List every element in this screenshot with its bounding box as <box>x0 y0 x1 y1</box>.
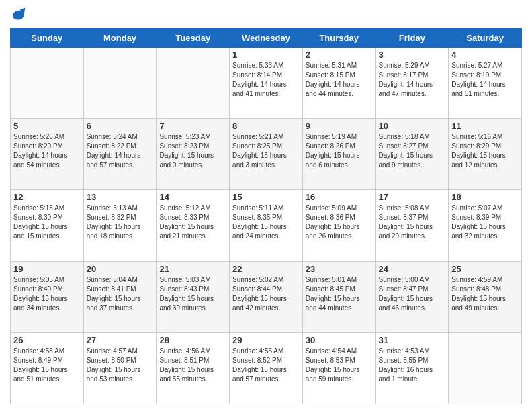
calendar-cell: 10Sunrise: 5:18 AMSunset: 8:27 PMDayligh… <box>375 119 449 190</box>
day-info: Sunrise: 5:31 AMSunset: 8:15 PMDaylight:… <box>306 61 373 99</box>
day-number: 10 <box>379 121 446 131</box>
day-info: Sunrise: 4:57 AMSunset: 8:50 PMDaylight:… <box>87 347 154 384</box>
calendar-cell: 12Sunrise: 5:15 AMSunset: 8:30 PMDayligh… <box>11 190 84 261</box>
day-info: Sunrise: 5:04 AMSunset: 8:41 PMDaylight:… <box>87 275 154 313</box>
weekday-header-wednesday: Wednesday <box>230 29 303 48</box>
calendar-cell: 5Sunrise: 5:26 AMSunset: 8:20 PMDaylight… <box>11 119 84 190</box>
day-number: 28 <box>159 335 226 345</box>
day-number: 31 <box>379 335 446 345</box>
day-number: 25 <box>451 264 519 274</box>
day-info: Sunrise: 5:11 AMSunset: 8:35 PMDaylight:… <box>232 203 300 241</box>
day-info: Sunrise: 4:55 AMSunset: 8:52 PMDaylight:… <box>232 347 300 384</box>
calendar-week-4: 19Sunrise: 5:05 AMSunset: 8:40 PMDayligh… <box>11 261 522 332</box>
day-number: 6 <box>87 121 154 131</box>
day-number: 20 <box>87 264 154 274</box>
calendar-cell: 27Sunrise: 4:57 AMSunset: 8:50 PMDayligh… <box>83 332 157 404</box>
calendar-cell <box>11 48 84 119</box>
calendar-cell: 26Sunrise: 4:58 AMSunset: 8:49 PMDayligh… <box>11 332 84 404</box>
weekday-header-friday: Friday <box>375 29 449 48</box>
day-info: Sunrise: 4:59 AMSunset: 8:48 PMDaylight:… <box>451 275 519 313</box>
day-number: 11 <box>451 121 519 131</box>
calendar-cell: 7Sunrise: 5:23 AMSunset: 8:23 PMDaylight… <box>157 119 230 190</box>
calendar-cell: 16Sunrise: 5:09 AMSunset: 8:36 PMDayligh… <box>302 190 375 261</box>
day-number: 16 <box>306 192 373 202</box>
day-info: Sunrise: 5:29 AMSunset: 8:17 PMDaylight:… <box>379 61 446 99</box>
weekday-row: SundayMondayTuesdayWednesdayThursdayFrid… <box>11 29 522 48</box>
logo-icon <box>10 7 26 23</box>
calendar-header: SundayMondayTuesdayWednesdayThursdayFrid… <box>11 29 522 48</box>
day-number: 24 <box>379 264 446 274</box>
page: SundayMondayTuesdayWednesdayThursdayFrid… <box>0 0 532 411</box>
calendar-cell: 14Sunrise: 5:12 AMSunset: 8:33 PMDayligh… <box>157 190 230 261</box>
day-number: 12 <box>13 192 81 202</box>
header <box>10 7 522 23</box>
day-info: Sunrise: 5:23 AMSunset: 8:23 PMDaylight:… <box>159 132 226 170</box>
day-number: 13 <box>87 192 154 202</box>
calendar-cell: 29Sunrise: 4:55 AMSunset: 8:52 PMDayligh… <box>230 332 303 404</box>
weekday-header-tuesday: Tuesday <box>157 29 230 48</box>
day-info: Sunrise: 5:07 AMSunset: 8:39 PMDaylight:… <box>451 203 519 241</box>
day-number: 14 <box>159 192 226 202</box>
day-number: 22 <box>232 264 300 274</box>
day-info: Sunrise: 5:03 AMSunset: 8:43 PMDaylight:… <box>159 275 226 313</box>
calendar-cell: 20Sunrise: 5:04 AMSunset: 8:41 PMDayligh… <box>83 261 157 332</box>
day-info: Sunrise: 4:58 AMSunset: 8:49 PMDaylight:… <box>13 347 81 384</box>
calendar-cell: 23Sunrise: 5:01 AMSunset: 8:45 PMDayligh… <box>302 261 375 332</box>
calendar-week-1: 1Sunrise: 5:33 AMSunset: 8:14 PMDaylight… <box>11 48 522 119</box>
day-number: 8 <box>232 121 300 131</box>
day-number: 2 <box>306 50 373 60</box>
calendar-cell <box>157 48 230 119</box>
day-number: 4 <box>451 50 519 60</box>
day-info: Sunrise: 5:27 AMSunset: 8:19 PMDaylight:… <box>451 61 519 99</box>
calendar-cell: 2Sunrise: 5:31 AMSunset: 8:15 PMDaylight… <box>302 48 375 119</box>
calendar-cell: 9Sunrise: 5:19 AMSunset: 8:26 PMDaylight… <box>302 119 375 190</box>
day-info: Sunrise: 5:01 AMSunset: 8:45 PMDaylight:… <box>306 275 373 313</box>
calendar-cell <box>449 332 522 404</box>
calendar-cell: 24Sunrise: 5:00 AMSunset: 8:47 PMDayligh… <box>375 261 449 332</box>
day-info: Sunrise: 5:05 AMSunset: 8:40 PMDaylight:… <box>13 275 81 313</box>
calendar-cell: 15Sunrise: 5:11 AMSunset: 8:35 PMDayligh… <box>230 190 303 261</box>
day-number: 15 <box>232 192 300 202</box>
calendar-cell: 31Sunrise: 4:53 AMSunset: 8:55 PMDayligh… <box>375 332 449 404</box>
calendar-cell: 11Sunrise: 5:16 AMSunset: 8:29 PMDayligh… <box>449 119 522 190</box>
weekday-header-sunday: Sunday <box>11 29 84 48</box>
day-number: 26 <box>13 335 81 345</box>
calendar-cell: 3Sunrise: 5:29 AMSunset: 8:17 PMDaylight… <box>375 48 449 119</box>
day-info: Sunrise: 5:15 AMSunset: 8:30 PMDaylight:… <box>13 203 81 241</box>
day-number: 5 <box>13 121 81 131</box>
calendar-cell: 4Sunrise: 5:27 AMSunset: 8:19 PMDaylight… <box>449 48 522 119</box>
day-number: 27 <box>87 335 154 345</box>
day-number: 18 <box>451 192 519 202</box>
day-info: Sunrise: 5:09 AMSunset: 8:36 PMDaylight:… <box>306 203 373 241</box>
day-info: Sunrise: 4:54 AMSunset: 8:53 PMDaylight:… <box>306 347 373 384</box>
day-info: Sunrise: 4:53 AMSunset: 8:55 PMDaylight:… <box>379 347 446 384</box>
calendar-cell: 19Sunrise: 5:05 AMSunset: 8:40 PMDayligh… <box>11 261 84 332</box>
calendar-cell: 18Sunrise: 5:07 AMSunset: 8:39 PMDayligh… <box>449 190 522 261</box>
calendar-cell: 22Sunrise: 5:02 AMSunset: 8:44 PMDayligh… <box>230 261 303 332</box>
day-info: Sunrise: 5:24 AMSunset: 8:22 PMDaylight:… <box>87 132 154 170</box>
calendar-cell: 21Sunrise: 5:03 AMSunset: 8:43 PMDayligh… <box>157 261 230 332</box>
calendar-week-3: 12Sunrise: 5:15 AMSunset: 8:30 PMDayligh… <box>11 190 522 261</box>
calendar-cell: 17Sunrise: 5:08 AMSunset: 8:37 PMDayligh… <box>375 190 449 261</box>
weekday-header-monday: Monday <box>83 29 157 48</box>
day-number: 23 <box>306 264 373 274</box>
day-info: Sunrise: 5:08 AMSunset: 8:37 PMDaylight:… <box>379 203 446 241</box>
calendar-cell: 28Sunrise: 4:56 AMSunset: 8:51 PMDayligh… <box>157 332 230 404</box>
day-info: Sunrise: 5:13 AMSunset: 8:32 PMDaylight:… <box>87 203 154 241</box>
weekday-header-thursday: Thursday <box>302 29 375 48</box>
day-info: Sunrise: 5:12 AMSunset: 8:33 PMDaylight:… <box>159 203 226 241</box>
calendar-cell: 6Sunrise: 5:24 AMSunset: 8:22 PMDaylight… <box>83 119 157 190</box>
calendar-cell: 30Sunrise: 4:54 AMSunset: 8:53 PMDayligh… <box>302 332 375 404</box>
day-info: Sunrise: 5:18 AMSunset: 8:27 PMDaylight:… <box>379 132 446 170</box>
calendar-cell: 1Sunrise: 5:33 AMSunset: 8:14 PMDaylight… <box>230 48 303 119</box>
day-info: Sunrise: 5:00 AMSunset: 8:47 PMDaylight:… <box>379 275 446 313</box>
calendar-cell: 13Sunrise: 5:13 AMSunset: 8:32 PMDayligh… <box>83 190 157 261</box>
weekday-header-saturday: Saturday <box>449 29 522 48</box>
day-number: 7 <box>159 121 226 131</box>
day-number: 17 <box>379 192 446 202</box>
calendar-cell: 25Sunrise: 4:59 AMSunset: 8:48 PMDayligh… <box>449 261 522 332</box>
day-info: Sunrise: 5:19 AMSunset: 8:26 PMDaylight:… <box>306 132 373 170</box>
day-number: 30 <box>306 335 373 345</box>
day-info: Sunrise: 5:33 AMSunset: 8:14 PMDaylight:… <box>232 61 300 99</box>
calendar-body: 1Sunrise: 5:33 AMSunset: 8:14 PMDaylight… <box>11 48 522 404</box>
